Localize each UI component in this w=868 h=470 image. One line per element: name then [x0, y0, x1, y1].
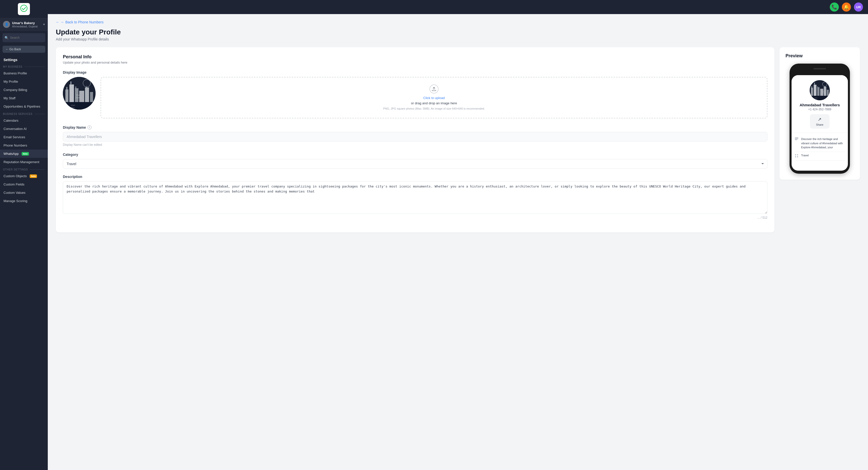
upload-hint-text: PNG, JPG square photos (Max. 5MB). An im… — [383, 106, 485, 111]
phone-category-text: Travel — [801, 154, 809, 157]
svg-rect-28 — [827, 90, 829, 96]
sidebar-item-custom-values[interactable]: Custom Values — [0, 188, 48, 197]
sidebar-item-label: Custom Fields — [3, 183, 24, 186]
svg-rect-5 — [70, 82, 71, 85]
display-name-field: Display Name i Display Name can't be edi… — [63, 125, 768, 147]
svg-text:The: The — [76, 94, 80, 96]
svg-point-13 — [83, 80, 91, 87]
sidebar-item-label: My Profile — [3, 80, 18, 84]
phone-mockup: The Unse abad Ilers Ahmedabad Travellers… — [789, 64, 850, 174]
phone-screen: The Unse abad Ilers Ahmedabad Travellers… — [792, 75, 848, 171]
profile-image-inner: The Unse abad Ilers — [63, 77, 96, 109]
preview-card: Preview — [779, 47, 860, 180]
sidebar-item-label: WhatsApp — [3, 152, 19, 156]
sidebar-item-manage-scoring[interactable]: Manage Scoring — [0, 197, 48, 205]
display-name-input[interactable] — [63, 132, 768, 142]
sidebar-item-label: Conversation AI — [3, 127, 27, 131]
account-switcher[interactable]: 👤 Umar's Bakery Ahmedabad, Gujarat ▾ — [0, 18, 48, 31]
description-char-count: ... — [757, 216, 761, 219]
search-bar[interactable]: 🔍 ⌘ K ✦ — [2, 33, 45, 42]
account-avatar-icon: 👤 — [5, 23, 8, 26]
description-label: Description — [63, 175, 768, 179]
account-avatar: 👤 — [3, 21, 10, 28]
sidebar-item-label: Custom Objects — [3, 174, 27, 178]
upload-drag-text: or drag and drop an image here — [411, 101, 457, 105]
phone-description-text: Discover the rich heritage and vibrant c… — [801, 137, 845, 150]
sidebar: 👤 Umar's Bakery Ahmedabad, Gujarat ▾ 🔍 ⌘… — [0, 0, 48, 470]
phone-share-button[interactable]: ↗ Share — [810, 114, 829, 129]
chevron-down-icon: ▾ — [43, 23, 45, 26]
page-body: ← ← Back to Phone Numbers Update your Pr… — [48, 14, 868, 470]
account-name: Umar's Bakery — [12, 21, 42, 25]
sidebar-item-custom-objects[interactable]: Custom Objects beta — [0, 172, 48, 180]
sidebar-item-reputation-management[interactable]: Reputation Management — [0, 158, 48, 166]
svg-rect-20 — [811, 86, 812, 88]
display-image-section: The Unse abad Ilers — [63, 77, 768, 118]
category-select[interactable]: Travel Food & Beverage Retail Technology… — [63, 159, 768, 169]
sidebar-item-my-profile[interactable]: My Profile — [0, 77, 48, 86]
preview-title: Preview — [785, 53, 854, 59]
new-badge: New — [22, 152, 29, 156]
back-to-phone-numbers-link[interactable]: ← ← Back to Phone Numbers — [56, 20, 860, 24]
go-back-button[interactable]: ← Go Back — [2, 46, 45, 53]
content-layout: Personal Info Update your photo and pers… — [56, 47, 860, 232]
settings-section-label: Settings — [0, 55, 48, 63]
notification-bell-button[interactable]: 🔔 — [842, 2, 851, 11]
top-header: 📞 🔔 UR — [48, 0, 868, 14]
image-upload-area[interactable]: Click to upload or drag and drop an imag… — [100, 77, 768, 118]
sidebar-item-whatsapp[interactable]: WhatsApp New — [0, 150, 48, 158]
user-avatar-button[interactable]: UR — [854, 2, 863, 11]
sidebar-item-phone-numbers[interactable]: Phone Numbers — [0, 141, 48, 150]
description-counter: ... / 512 — [63, 216, 768, 219]
svg-point-0 — [21, 5, 27, 11]
phone-avatar: The Unse abad Ilers — [810, 80, 830, 100]
sidebar-item-calendars[interactable]: Calendars — [0, 116, 48, 125]
sidebar-item-label: Email Services — [3, 135, 25, 139]
svg-rect-11 — [90, 92, 93, 102]
share-label: Share — [816, 123, 823, 126]
sidebar-item-opportunities-pipelines[interactable]: Opportunities & Pipelines — [0, 102, 48, 111]
svg-rect-36 — [795, 138, 798, 139]
info-icon[interactable]: i — [88, 125, 92, 129]
phone-description-item: Discover the rich heritage and vibrant c… — [795, 135, 845, 152]
sidebar-item-label: Company Billing — [3, 88, 27, 92]
svg-rect-2 — [65, 90, 68, 102]
display-name-hint: Display Name can't be edited — [63, 143, 768, 147]
svg-rect-12 — [63, 102, 96, 109]
phone-notch — [808, 68, 831, 73]
sidebar-item-label: Phone Numbers — [3, 144, 27, 147]
phone-avatar-art: The Unse abad Ilers — [810, 80, 830, 100]
sidebar-item-conversation-ai[interactable]: Conversation AI — [0, 125, 48, 133]
phone-profile-name: Ahmedabad Travellers — [800, 103, 840, 107]
sidebar-item-label: Opportunities & Pipelines — [3, 104, 40, 108]
phone-profile-number: +1 424-352-7889 — [808, 107, 831, 111]
sidebar-item-label: My Staff — [3, 96, 16, 100]
svg-rect-29 — [810, 96, 830, 100]
svg-rect-7 — [75, 87, 76, 89]
account-info: Umar's Bakery Ahmedabad, Gujarat — [12, 21, 42, 28]
display-image-field: Display Image — [63, 70, 768, 118]
search-input[interactable] — [10, 36, 48, 39]
form-card: Personal Info Update your photo and pers… — [56, 47, 774, 232]
svg-rect-19 — [811, 88, 813, 96]
sidebar-item-custom-fields[interactable]: Custom Fields — [0, 180, 48, 188]
share-icon: ↗ — [818, 117, 822, 122]
description-textarea[interactable]: Discover the rich heritage and vibrant c… — [63, 181, 768, 214]
sidebar-item-business-profile[interactable]: Business Profile — [0, 69, 48, 77]
account-location: Ahmedabad, Gujarat — [12, 25, 42, 28]
svg-rect-3 — [66, 87, 67, 90]
phone-icon-button[interactable]: 📞 — [830, 2, 839, 11]
sidebar-item-label: Custom Values — [3, 191, 25, 194]
svg-rect-23 — [817, 87, 819, 96]
phone-category-item: Travel — [795, 152, 845, 161]
sidebar-item-my-staff[interactable]: My Staff — [0, 94, 48, 102]
arrow-left-icon: ← — [56, 20, 59, 24]
user-initials: UR — [856, 5, 861, 9]
sidebar-item-email-services[interactable]: Email Services — [0, 133, 48, 141]
svg-rect-35 — [795, 137, 798, 138]
back-link-text: ← Back to Phone Numbers — [61, 20, 103, 24]
svg-point-40 — [795, 156, 796, 157]
sidebar-item-company-billing[interactable]: Company Billing — [0, 86, 48, 94]
category-label: Category — [63, 153, 768, 157]
main-content: 📞 🔔 UR ← ← Back to Phone Numbers Update … — [48, 0, 868, 470]
